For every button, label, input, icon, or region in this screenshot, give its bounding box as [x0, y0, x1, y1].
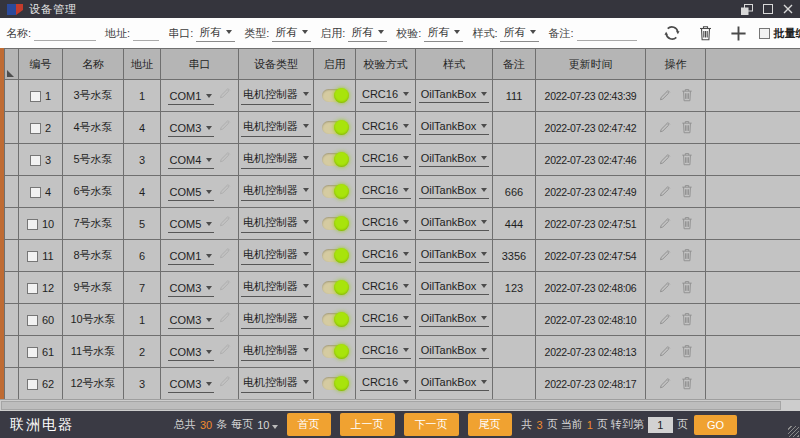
- column-header-check-method[interactable]: 校验方式: [356, 49, 416, 80]
- edit-icon[interactable]: [658, 345, 671, 358]
- port-select[interactable]: COM5: [168, 186, 215, 201]
- row-indicator[interactable]: [5, 176, 19, 208]
- row-checkbox[interactable]: [30, 155, 41, 166]
- device-type-select[interactable]: 电机控制器: [241, 279, 311, 297]
- trash-icon[interactable]: [681, 248, 693, 262]
- row-checkbox[interactable]: [30, 187, 41, 198]
- trash-icon[interactable]: [681, 376, 693, 390]
- device-type-select[interactable]: 电机控制器: [241, 119, 311, 137]
- edit-icon[interactable]: [658, 377, 671, 390]
- edit-icon[interactable]: [658, 185, 671, 198]
- column-header-updated[interactable]: 更新时间: [536, 49, 646, 80]
- column-header-remark[interactable]: 备注: [493, 49, 536, 80]
- edit-icon[interactable]: [658, 153, 671, 166]
- resize-grip[interactable]: [788, 426, 799, 437]
- style-select[interactable]: OilTankBox: [419, 88, 490, 103]
- column-header-style[interactable]: 样式: [416, 49, 493, 80]
- check-method-select[interactable]: CRC16: [360, 312, 411, 327]
- trash-icon[interactable]: [681, 152, 693, 166]
- check-method-select[interactable]: CRC16: [360, 88, 411, 103]
- trash-icon[interactable]: [681, 344, 693, 358]
- style-select[interactable]: OilTankBox: [419, 248, 490, 263]
- device-type-select[interactable]: 电机控制器: [241, 215, 311, 233]
- go-button[interactable]: GO: [694, 415, 737, 435]
- plus-icon[interactable]: [730, 25, 747, 42]
- enabled-toggle[interactable]: [322, 217, 347, 230]
- pencil-icon[interactable]: [218, 311, 231, 324]
- pencil-icon[interactable]: [218, 119, 231, 132]
- row-checkbox[interactable]: [27, 251, 38, 262]
- row-indicator[interactable]: [5, 336, 19, 368]
- style-select[interactable]: OilTankBox: [419, 216, 490, 231]
- style-select[interactable]: OilTankBox: [419, 120, 490, 135]
- style-select[interactable]: OilTankBox: [419, 376, 490, 391]
- trash-icon[interactable]: [681, 88, 693, 102]
- check-method-select[interactable]: CRC16: [360, 344, 411, 359]
- check-method-select[interactable]: CRC16: [360, 120, 411, 135]
- column-header-operations[interactable]: 操作: [646, 49, 706, 80]
- check-method-select[interactable]: CRC16: [360, 376, 411, 391]
- device-type-select[interactable]: 电机控制器: [241, 87, 311, 105]
- check-method-select[interactable]: CRC16: [360, 152, 411, 167]
- row-indicator[interactable]: [5, 272, 19, 304]
- style-select[interactable]: OilTankBox: [419, 152, 490, 167]
- pencil-icon[interactable]: [218, 279, 231, 292]
- pencil-icon[interactable]: [218, 151, 231, 164]
- check-method-select[interactable]: CRC16: [360, 280, 411, 295]
- first-page-button[interactable]: 首页: [287, 413, 331, 436]
- port-filter-select[interactable]: 所有: [196, 25, 235, 42]
- edit-icon[interactable]: [658, 89, 671, 102]
- port-select[interactable]: COM3: [168, 378, 215, 393]
- prev-page-button[interactable]: 上一页: [340, 413, 395, 436]
- pencil-icon[interactable]: [218, 343, 231, 356]
- device-type-select[interactable]: 电机控制器: [241, 375, 311, 393]
- port-select[interactable]: COM3: [168, 314, 215, 329]
- remark-filter-input[interactable]: [577, 26, 637, 41]
- check-method-select[interactable]: CRC16: [360, 184, 411, 199]
- row-checkbox[interactable]: [30, 91, 41, 102]
- pencil-icon[interactable]: [218, 183, 231, 196]
- maximize-icon[interactable]: [763, 4, 773, 14]
- column-header-name[interactable]: 名称: [63, 49, 124, 80]
- trash-icon[interactable]: [681, 312, 693, 326]
- check-method-select[interactable]: CRC16: [360, 248, 411, 263]
- port-select[interactable]: COM5: [168, 218, 215, 233]
- restore-icon[interactable]: [741, 4, 753, 15]
- row-checkbox[interactable]: [30, 123, 41, 134]
- edit-icon[interactable]: [658, 249, 671, 262]
- device-type-select[interactable]: 电机控制器: [241, 183, 311, 201]
- pencil-icon[interactable]: [218, 375, 231, 388]
- edit-icon[interactable]: [658, 121, 671, 134]
- row-indicator[interactable]: [5, 368, 19, 400]
- type-filter-select[interactable]: 所有: [272, 25, 311, 42]
- enabled-toggle[interactable]: [322, 345, 347, 358]
- trash-icon[interactable]: [698, 25, 713, 41]
- edit-icon[interactable]: [658, 217, 671, 230]
- enabled-toggle[interactable]: [322, 377, 347, 390]
- pencil-icon[interactable]: [218, 215, 231, 228]
- column-header-no[interactable]: 编号: [19, 49, 63, 80]
- port-select[interactable]: COM1: [168, 90, 215, 105]
- check-method-select[interactable]: CRC16: [360, 216, 411, 231]
- trash-icon[interactable]: [681, 280, 693, 294]
- row-checkbox[interactable]: [27, 379, 38, 390]
- check-filter-select[interactable]: 所有: [424, 25, 463, 42]
- address-filter-input[interactable]: [133, 26, 159, 41]
- trash-icon[interactable]: [681, 120, 693, 134]
- refresh-icon[interactable]: [663, 24, 681, 42]
- style-select[interactable]: OilTankBox: [419, 280, 490, 295]
- row-indicator[interactable]: [5, 112, 19, 144]
- enabled-toggle[interactable]: [322, 249, 347, 262]
- row-checkbox[interactable]: [27, 315, 38, 326]
- edit-icon[interactable]: [658, 281, 671, 294]
- row-indicator[interactable]: [5, 80, 19, 112]
- close-icon[interactable]: [783, 4, 793, 14]
- enabled-filter-select[interactable]: 所有: [348, 25, 387, 42]
- batch-edit-toggle[interactable]: 批量编辑: [759, 26, 800, 41]
- column-header-device-type[interactable]: 设备类型: [239, 49, 314, 80]
- column-header-enabled[interactable]: 启用: [314, 49, 356, 80]
- port-select[interactable]: COM4: [168, 154, 215, 169]
- enabled-toggle[interactable]: [322, 153, 347, 166]
- device-type-select[interactable]: 电机控制器: [241, 343, 311, 361]
- pencil-icon[interactable]: [218, 87, 231, 100]
